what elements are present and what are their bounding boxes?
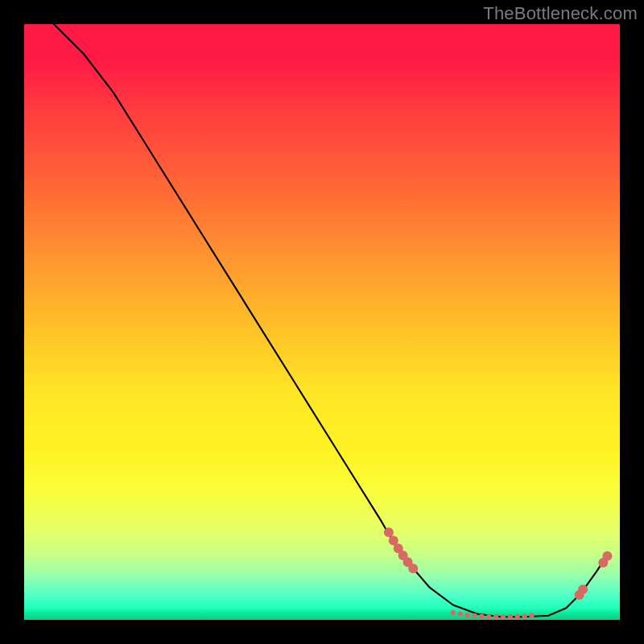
plot-area [24,24,620,620]
highlight-dot [464,613,469,617]
highlight-dot [501,614,506,619]
highlight-dot [457,611,462,616]
highlight-dot [578,584,588,594]
highlight-dot [493,614,498,619]
highlight-dot [508,614,513,619]
highlight-dot [602,551,612,561]
highlight-dot [384,527,394,537]
watermark-text: TheBottleneck.com [483,3,638,24]
chart-svg [24,24,620,620]
highlight-dot [408,564,418,573]
highlight-dot [479,613,484,618]
highlight-dot [472,613,477,618]
chart-frame: TheBottleneck.com [0,0,644,644]
bottleneck-curve [54,24,608,617]
highlight-dot [486,614,491,619]
highlight-dot [529,613,534,618]
highlight-dot [515,614,520,619]
highlight-dot [522,613,526,618]
highlight-dot [451,610,456,615]
